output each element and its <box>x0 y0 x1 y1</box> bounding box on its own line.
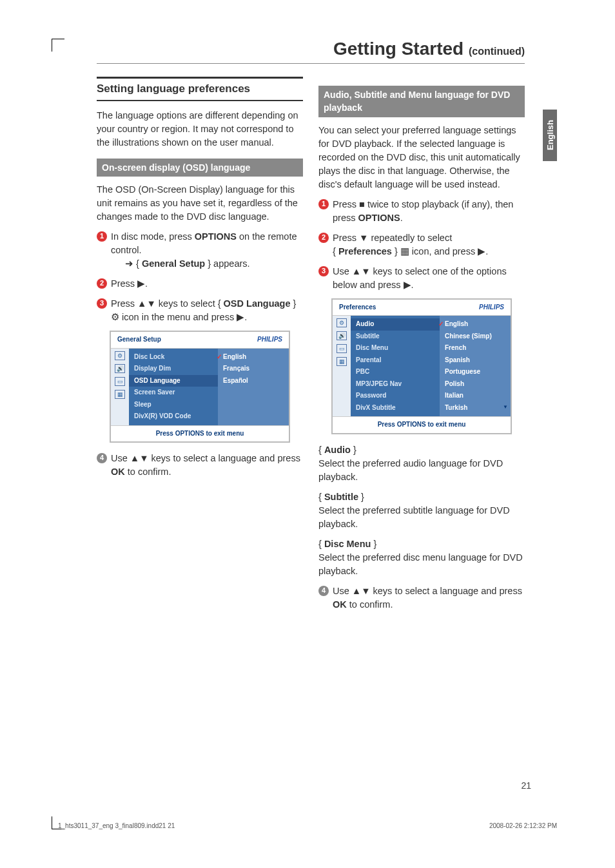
r-step-3-text: Use ▲▼ keys to select one of the options… <box>333 265 525 292</box>
step-2-text: Press ▶. <box>111 277 303 291</box>
speaker-icon: 🔊 <box>115 364 125 373</box>
philips-logo: PHILIPS <box>479 303 504 313</box>
grid-icon: ▦ <box>400 246 409 256</box>
step-badge-3: 3 <box>318 266 329 276</box>
section-heading: Setting language preferences <box>97 77 303 101</box>
osd-sub-item: Español <box>218 375 289 387</box>
grid-icon: ▦ <box>337 357 347 366</box>
osd-menu-item: Audio <box>351 318 440 331</box>
osd-subheading: On-screen display (OSD) language <box>97 159 303 177</box>
osd-menu-item: MP3/JPEG Nav <box>351 378 440 391</box>
osd-sub-item: Polish <box>440 378 511 391</box>
philips-logo: PHILIPS <box>257 335 282 345</box>
osd-sub-item: Italian <box>440 390 511 402</box>
r-step-1-text: Press ■ twice to stop playback (if any),… <box>333 198 525 225</box>
step-badge-4: 4 <box>97 453 107 463</box>
osd-menu-item: OSD Language <box>129 375 218 387</box>
r-step-2-text: Press ▼ repeatedly to select { Preferenc… <box>333 231 525 258</box>
osd-icon-strip: ⚙ 🔊 ▭ ▦ <box>333 316 351 416</box>
osd-menu-item: Screen Saver <box>129 387 218 399</box>
osd-footer: Press OPTIONS to exit menu <box>111 425 289 442</box>
r-step-4-text: Use ▲▼ keys to select a language and pre… <box>333 584 525 612</box>
step-badge-4: 4 <box>318 586 329 596</box>
osd-menu-item: DivX Subtitle <box>351 402 440 414</box>
language-tab: English <box>543 110 557 161</box>
osd-menu-item: Parental <box>351 354 440 367</box>
osd-title: Preferences <box>339 303 376 313</box>
osd-screenshot-general-setup: General Setup PHILIPS ⚙ 🔊 ▭ ▦ Disc LockD… <box>110 331 290 443</box>
screen-icon: ▭ <box>115 377 125 386</box>
osd-menu-item: DivX(R) VOD Code <box>129 410 218 423</box>
page-title-continued: (continued) <box>469 46 525 57</box>
step-3-text: Press ▲▼ keys to select { OSD Language }… <box>111 297 303 324</box>
step-1-text: In disc mode, press OPTIONS on the remot… <box>111 230 303 271</box>
step-badge-3: 3 <box>97 298 107 309</box>
osd-screenshot-preferences: Preferences PHILIPS ⚙ 🔊 ▭ ▦ AudioSubtitl… <box>331 298 512 434</box>
step-badge-2: 2 <box>318 233 329 243</box>
speaker-icon: 🔊 <box>337 331 347 340</box>
dvd-lang-subheading: Audio, Subtitle and Menu language for DV… <box>318 86 525 117</box>
osd-menu-item: Subtitle <box>351 331 440 343</box>
doc-meta-left: 1_hts3011_37_eng 3_final809.indd21 21 <box>58 822 175 829</box>
osd-menu-item: PBC <box>351 366 440 378</box>
osd-sub-item: Chinese (Simp) <box>440 331 511 343</box>
osd-sub-item: Français <box>218 363 289 375</box>
discmenu-option: { Disc Menu }Select the preferred disc m… <box>318 537 525 578</box>
gear-icon: ⚙ <box>337 318 347 327</box>
step-badge-1: 1 <box>97 231 107 242</box>
intro-paragraph: The language options are different depen… <box>97 109 303 149</box>
dvd-lang-intro: You can select your preferred language s… <box>318 124 525 191</box>
settings-icon: ⚙ <box>111 312 119 322</box>
gear-icon: ⚙ <box>115 351 125 360</box>
osd-icon-strip: ⚙ 🔊 ▭ ▦ <box>111 349 129 425</box>
subtitle-option: { Subtitle }Select the preferred subtitl… <box>318 490 525 531</box>
doc-meta-right: 2008-02-26 2:12:32 PM <box>489 822 557 829</box>
osd-menu-item: Password <box>351 390 440 402</box>
osd-menu-item: Display Dim <box>129 363 218 375</box>
page-title-text: Getting Started <box>333 39 464 59</box>
osd-sub-item: Portuguese <box>440 366 511 378</box>
osd-menu-item: Sleep <box>129 399 218 411</box>
osd-menu-item: Disc Menu <box>351 342 440 354</box>
audio-option: { Audio }Select the preferred audio lang… <box>318 443 525 484</box>
osd-menu-item: Disc Lock <box>129 351 218 363</box>
osd-footer: Press OPTIONS to exit menu <box>333 416 511 433</box>
osd-intro: The OSD (On-Screen Display) language for… <box>97 183 303 224</box>
step-4-text: Use ▲▼ keys to select a language and pre… <box>111 452 303 479</box>
step-badge-1: 1 <box>318 199 329 209</box>
page-title: Getting Started (continued) <box>97 39 525 64</box>
arrow-icon: ➜ <box>125 258 133 269</box>
osd-sub-item: English <box>440 318 511 331</box>
osd-sub-item: Spanish <box>440 354 511 367</box>
grid-icon: ▦ <box>115 390 125 399</box>
page-number: 21 <box>521 780 531 791</box>
step-badge-2: 2 <box>97 278 107 289</box>
osd-sub-item: Turkish▼ <box>440 402 511 414</box>
screen-icon: ▭ <box>337 344 347 353</box>
osd-sub-item: English <box>218 351 289 363</box>
osd-title: General Setup <box>117 335 161 345</box>
osd-sub-item: French <box>440 342 511 354</box>
